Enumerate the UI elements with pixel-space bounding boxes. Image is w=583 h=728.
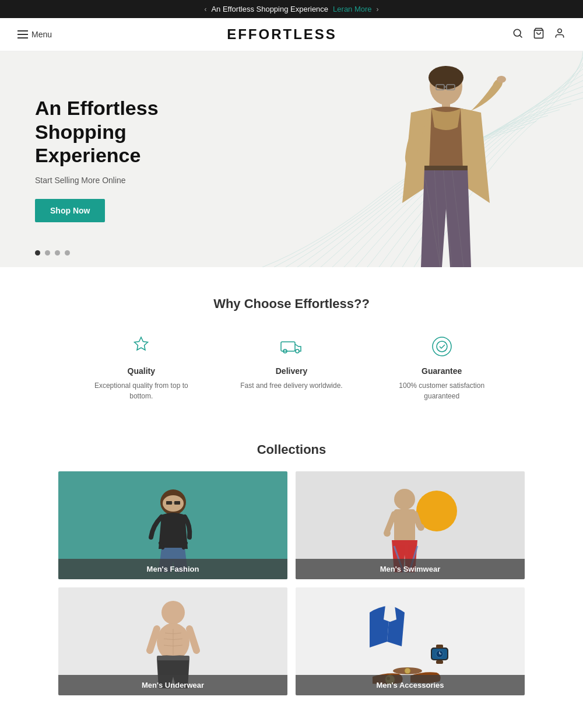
svg-line-27 [184,543,186,548]
why-card-delivery: Delivery Fast and free delivery worldwid… [240,335,342,401]
svg-rect-23 [166,501,172,505]
user-icon[interactable] [554,27,566,42]
guarantee-icon [389,335,494,358]
svg-rect-51 [436,660,443,664]
site-logo[interactable]: EFFORTLESS [227,26,337,43]
collections-grid: Men's Fashion [58,471,525,695]
collection-label-underwear: Men's Underwear [58,675,287,695]
delivery-desc: Fast and free delivery worldwide. [240,380,342,391]
svg-point-36 [417,524,424,531]
learn-more-link[interactable]: Leran More [333,5,371,13]
collection-label-fashion: Men's Fashion [58,559,287,579]
why-section: Why Choose Effortless?? Quality Exceptio… [0,267,583,430]
svg-point-3 [558,29,562,33]
collection-label-swimwear: Men's Swimwear [296,559,525,579]
hero-image [326,51,548,267]
why-card-guarantee: Guarantee 100% customer satisfaction gua… [389,335,494,401]
collection-mens-underwear[interactable]: Men's Underwear [58,587,287,695]
svg-point-14 [497,76,506,83]
svg-line-42 [189,629,196,650]
svg-point-5 [429,66,463,89]
hero-section: An Effortless Shopping Experience Start … [0,51,583,267]
collection-label-accessories: Men's Accessories [296,675,525,695]
svg-point-44 [405,668,410,674]
quality-desc: Exceptional quality from top to bottom. [89,380,194,401]
guarantee-desc: 100% customer satisfaction guaranteed [389,380,494,401]
svg-point-29 [394,489,415,510]
menu-toggle[interactable]: Menu [17,30,52,39]
collection-mens-accessories[interactable]: Men's Accessories [296,587,525,695]
svg-point-0 [514,29,521,36]
announcement-bar: ‹ An Effortless Shopping Experience Lera… [0,0,583,18]
prev-arrow[interactable]: ‹ [204,5,206,13]
hero-subtitle: Start Selling More Online [35,176,198,185]
hamburger-icon [17,30,28,38]
delivery-title: Delivery [240,366,342,376]
svg-rect-40 [157,656,189,660]
svg-rect-24 [174,501,180,505]
search-icon[interactable] [512,27,524,42]
hero-title: An Effortless Shopping Experience [35,96,198,167]
why-card-quality: Quality Exceptional quality from top to … [89,335,194,401]
delivery-icon [240,335,342,358]
svg-rect-15 [424,166,468,170]
svg-point-37 [161,601,185,624]
header: Menu EFFORTLESS [0,18,583,51]
svg-rect-16 [281,342,295,351]
menu-label: Menu [31,30,52,39]
collection-mens-swimwear[interactable]: Men's Swimwear [296,471,525,579]
featured-section: Featured Product Men's Soft Cotton Dress… [0,724,583,728]
header-icons [512,27,566,42]
svg-point-35 [384,530,391,537]
svg-line-1 [520,35,522,37]
collections-section: Collections [0,430,583,724]
hero-content: An Effortless Shopping Experience Start … [0,61,233,257]
quality-title: Quality [89,366,194,376]
why-title: Why Choose Effortless?? [35,296,548,312]
svg-line-33 [387,514,394,531]
guarantee-title: Guarantee [389,366,494,376]
collection-mens-fashion[interactable]: Men's Fashion [58,471,287,579]
announcement-text: An Effortless Shopping Experience [211,5,328,13]
next-arrow[interactable]: › [377,5,379,13]
svg-point-22 [163,495,184,512]
svg-line-34 [415,514,419,526]
cart-icon[interactable] [533,27,545,42]
shop-now-button[interactable]: Shop Now [35,199,105,222]
svg-rect-30 [394,509,415,541]
svg-rect-50 [436,645,443,648]
svg-point-20 [437,341,447,352]
why-cards: Quality Exceptional quality from top to … [35,335,548,401]
collections-title: Collections [58,442,525,457]
quality-icon [89,335,194,358]
svg-line-41 [150,629,157,650]
svg-point-19 [433,337,451,356]
svg-line-26 [160,543,163,548]
